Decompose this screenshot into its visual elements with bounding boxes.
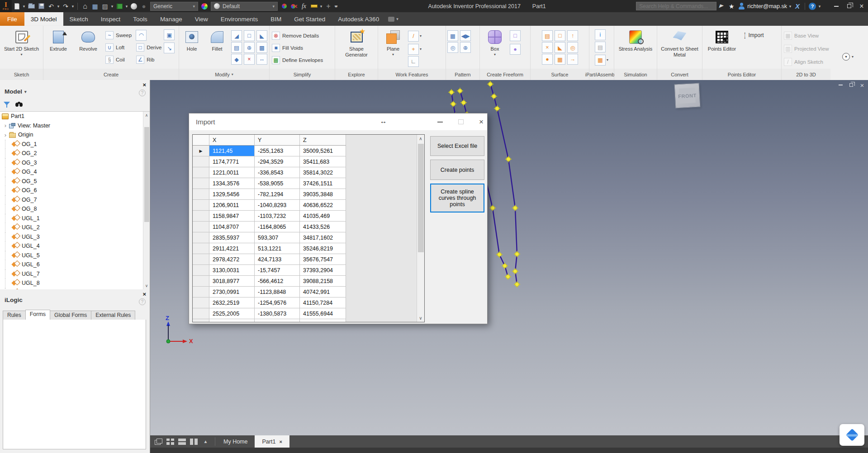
data-cell[interactable]: -1040,8293 xyxy=(255,200,300,211)
data-cell[interactable]: 35411,683 xyxy=(300,156,346,167)
tree-item-og-6[interactable]: OG_6 xyxy=(0,186,150,195)
filter-icon[interactable] xyxy=(4,101,10,108)
material-browser-icon[interactable] xyxy=(114,1,124,12)
color-wheel-icon[interactable] xyxy=(199,1,209,12)
ribbon-tab-get-started[interactable]: Get Started xyxy=(288,12,332,26)
dialog-maximize-icon[interactable] xyxy=(458,119,464,124)
data-cell[interactable]: -294,3529 xyxy=(255,156,300,167)
data-cell[interactable]: 35676,7547 xyxy=(300,254,346,265)
tree-item-ugl-4[interactable]: UGL_4 xyxy=(0,241,150,251)
open-file-icon[interactable] xyxy=(26,1,36,12)
ruled-surface-icon[interactable]: ▦ xyxy=(555,54,565,65)
data-cell[interactable]: -255,1263 xyxy=(255,146,300,156)
parameters-fx-icon[interactable]: fx xyxy=(299,1,309,12)
tree-item-og-8[interactable]: OG_8 xyxy=(0,204,150,214)
measure-caret[interactable]: ▾ xyxy=(319,4,323,9)
ilogic-tab-global-forms[interactable]: Global Forms xyxy=(50,311,91,320)
data-cell[interactable]: 1334,3576 xyxy=(209,178,255,189)
help-icon[interactable]: ? xyxy=(807,1,817,12)
work-point[interactable] xyxy=(514,251,520,257)
vertical-split-icon[interactable] xyxy=(190,439,198,445)
row-header-cell[interactable] xyxy=(193,287,209,297)
ribbon-tab-sketch[interactable]: Sketch xyxy=(63,12,95,26)
extrude-button[interactable]: Extrude xyxy=(43,27,73,69)
extend-surface-icon[interactable]: ↑ xyxy=(567,30,578,41)
data-cell[interactable]: 37426,1511 xyxy=(300,178,346,189)
search-input[interactable] xyxy=(636,2,716,10)
create-ipart-icon[interactable]: i xyxy=(595,29,606,40)
data-cell[interactable]: -1164,8065 xyxy=(255,222,300,232)
data-cell[interactable]: 1104,8707 xyxy=(209,222,255,232)
work-point[interactable] xyxy=(512,205,518,211)
data-cell[interactable]: 35246,8219 xyxy=(300,243,346,254)
plane-button[interactable]: Plane ▾ xyxy=(378,27,408,69)
restore-button[interactable] xyxy=(843,1,855,12)
help-caret[interactable]: ▾ xyxy=(817,4,822,9)
work-point[interactable] xyxy=(491,93,497,99)
tree-item-ugl-5[interactable]: UGL_5 xyxy=(0,251,150,260)
tree-item-og-1[interactable]: OG_1 xyxy=(0,140,150,149)
tree-item-ugl-1[interactable]: UGL_1 xyxy=(0,214,150,223)
row-header-cell[interactable] xyxy=(193,232,209,243)
work-point[interactable] xyxy=(494,105,500,112)
work-point[interactable] xyxy=(505,156,512,162)
copy-surface-icon[interactable]: → xyxy=(567,54,578,65)
tree-item-og-7[interactable]: OG_7 xyxy=(0,195,150,205)
ribbon-tab-file[interactable]: File xyxy=(0,12,24,26)
appearance-combo[interactable]: Default ▾ xyxy=(211,2,278,11)
stress-analysis-button[interactable]: Stress Analysis xyxy=(617,27,654,69)
row-header-cell[interactable] xyxy=(193,243,209,254)
user-avatar-icon[interactable] xyxy=(736,1,746,12)
points-editor-button[interactable]: Points Editor xyxy=(702,27,741,69)
data-cell[interactable]: 39035,3848 xyxy=(300,189,346,200)
a360-drive-button[interactable] xyxy=(840,424,864,446)
expand-tabs-icon[interactable]: ▲ xyxy=(202,439,209,445)
ilogic-close-icon[interactable]: × xyxy=(142,291,146,297)
data-cell[interactable]: 2525,2005 xyxy=(209,308,255,319)
shell-icon[interactable]: □ xyxy=(244,30,255,41)
document-tab-part1[interactable]: Part1× xyxy=(255,435,289,448)
undo-icon[interactable]: ↶ xyxy=(46,1,56,12)
row-header-cell[interactable] xyxy=(193,265,209,276)
freeform-face-icon[interactable]: ● xyxy=(510,44,521,55)
home-icon[interactable]: ⌂ xyxy=(80,1,90,12)
import-points-button[interactable]: ↑↓ Import xyxy=(741,29,766,41)
save-icon[interactable] xyxy=(36,1,46,12)
trim-surface-icon[interactable]: × xyxy=(542,42,553,53)
scroll-down-icon[interactable]: ∨ xyxy=(143,282,150,289)
work-point[interactable] xyxy=(505,274,511,280)
exchange-apps-icon[interactable]: X xyxy=(792,1,802,12)
ribbon-tab-3d-model[interactable]: 3D Model xyxy=(24,12,63,26)
grid-scrollbar-thumb[interactable] xyxy=(418,144,424,252)
chamfer-icon[interactable]: ◢ xyxy=(231,30,242,41)
define-envelopes-button[interactable]: ▩Define Envelopes xyxy=(270,54,325,66)
data-cell[interactable]: 424,7133 xyxy=(255,254,300,265)
data-cell[interactable]: -15,7457 xyxy=(255,265,300,276)
tree-item-og-3[interactable]: OG_3 xyxy=(0,158,150,168)
drawing-view-icon[interactable]: ▦ xyxy=(90,1,100,12)
row-header-cell[interactable] xyxy=(193,276,209,287)
material-combo[interactable]: Generic ▾ xyxy=(150,2,198,11)
close-button[interactable]: × xyxy=(855,1,868,12)
data-cell[interactable]: 1158,9847 xyxy=(209,211,255,222)
draft-icon[interactable]: ◣ xyxy=(256,30,267,41)
dialog-minimize-icon[interactable] xyxy=(437,122,443,123)
mirror-icon[interactable]: ◀▶ xyxy=(460,30,471,41)
navigate-icon[interactable]: ● xyxy=(139,1,149,12)
grid-scroll-down-icon[interactable]: ∨ xyxy=(417,314,424,322)
work-point[interactable] xyxy=(460,99,467,106)
row-header-cell[interactable]: ▶ xyxy=(193,146,209,156)
column-header-x[interactable]: X xyxy=(209,135,255,146)
measure-icon[interactable] xyxy=(309,1,319,12)
data-cell[interactable]: 1206,9011 xyxy=(209,200,255,211)
row-header-cell[interactable] xyxy=(193,319,209,322)
data-cell[interactable]: 1329,5456 xyxy=(209,189,255,200)
scrollbar-thumb[interactable] xyxy=(144,127,149,222)
tree-item-ugl-2[interactable]: UGL_2 xyxy=(0,223,150,232)
data-cell[interactable]: 2978,4272 xyxy=(209,254,255,265)
data-cell[interactable]: 1174,7771 xyxy=(209,156,255,167)
tile-windows-icon[interactable] xyxy=(166,439,174,445)
row-header-cell[interactable] xyxy=(193,211,209,222)
tab-close-icon[interactable]: × xyxy=(279,439,282,444)
import-dwg-icon[interactable]: ↘ xyxy=(164,42,175,53)
